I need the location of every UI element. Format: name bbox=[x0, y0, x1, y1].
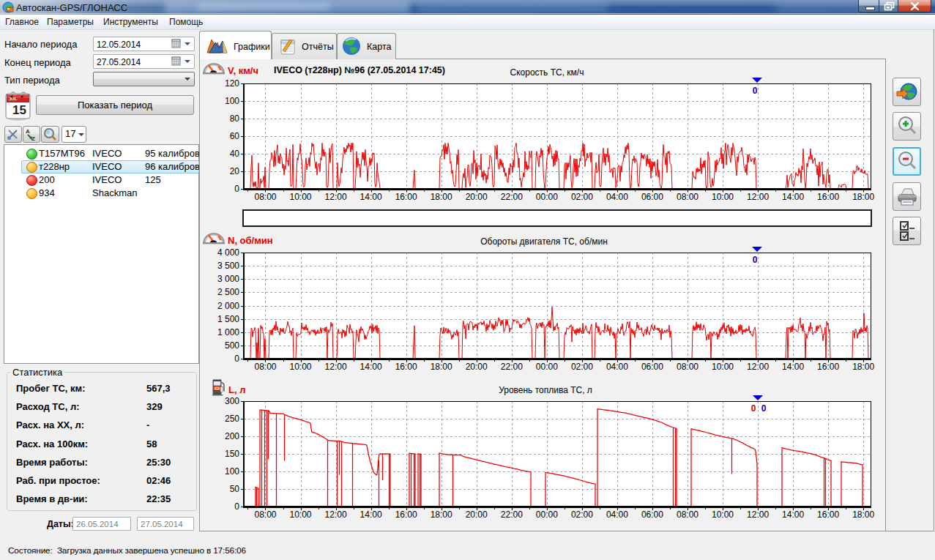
svg-text:08:00: 08:00 bbox=[254, 192, 276, 202]
svg-text:02:00: 02:00 bbox=[571, 362, 593, 372]
svg-text:80: 80 bbox=[230, 113, 240, 124]
svg-text:22:00: 22:00 bbox=[501, 192, 523, 202]
svg-text:10:00: 10:00 bbox=[289, 509, 311, 520]
svg-text:500: 500 bbox=[225, 340, 239, 351]
svg-text:14:00: 14:00 bbox=[782, 362, 804, 372]
svg-text:18:00: 18:00 bbox=[852, 192, 874, 202]
svg-text:1 500: 1 500 bbox=[217, 314, 239, 324]
svg-text:04:00: 04:00 bbox=[606, 362, 628, 372]
svg-text:0: 0 bbox=[761, 403, 767, 414]
svg-text:20:00: 20:00 bbox=[466, 362, 488, 372]
svg-text:16:00: 16:00 bbox=[395, 192, 417, 202]
svg-text:04:00: 04:00 bbox=[606, 509, 628, 520]
svg-text:18:00: 18:00 bbox=[852, 362, 874, 372]
svg-text:18:00: 18:00 bbox=[852, 509, 874, 520]
svg-text:16:00: 16:00 bbox=[817, 509, 839, 520]
svg-text:14:00: 14:00 bbox=[360, 509, 382, 520]
svg-text:12:00: 12:00 bbox=[747, 192, 769, 202]
svg-text:20: 20 bbox=[230, 166, 240, 176]
svg-text:12:00: 12:00 bbox=[325, 192, 347, 202]
svg-text:0: 0 bbox=[753, 255, 758, 265]
svg-text:0: 0 bbox=[234, 354, 239, 364]
svg-text:00:00: 00:00 bbox=[536, 509, 558, 520]
svg-text:0: 0 bbox=[234, 501, 239, 512]
svg-text:16:00: 16:00 bbox=[395, 362, 417, 372]
svg-text:10:00: 10:00 bbox=[289, 192, 311, 202]
svg-text:2 500: 2 500 bbox=[217, 287, 239, 297]
svg-text:14:00: 14:00 bbox=[360, 362, 382, 372]
svg-text:20:00: 20:00 bbox=[466, 192, 488, 202]
svg-text:16:00: 16:00 bbox=[817, 362, 839, 372]
svg-text:04:00: 04:00 bbox=[606, 192, 628, 202]
svg-text:12:00: 12:00 bbox=[325, 362, 347, 372]
svg-text:22:00: 22:00 bbox=[501, 362, 523, 372]
svg-text:14:00: 14:00 bbox=[782, 509, 804, 520]
svg-text:50: 50 bbox=[230, 484, 240, 494]
svg-text:06:00: 06:00 bbox=[641, 192, 663, 202]
svg-text:02:00: 02:00 bbox=[571, 192, 593, 202]
svg-text:22:00: 22:00 bbox=[501, 509, 523, 520]
svg-text:0: 0 bbox=[234, 184, 239, 194]
svg-text:18:00: 18:00 bbox=[431, 509, 452, 520]
svg-text:20:00: 20:00 bbox=[466, 509, 488, 520]
svg-text:40: 40 bbox=[230, 149, 240, 159]
svg-text:0: 0 bbox=[753, 86, 758, 96]
svg-text:06:00: 06:00 bbox=[641, 509, 663, 520]
svg-text:08:00: 08:00 bbox=[677, 192, 699, 202]
svg-text:14:00: 14:00 bbox=[782, 192, 804, 202]
svg-text:08:00: 08:00 bbox=[677, 362, 699, 372]
svg-text:200: 200 bbox=[225, 431, 239, 441]
svg-text:150: 150 bbox=[225, 449, 239, 459]
svg-text:10:00: 10:00 bbox=[712, 192, 734, 202]
svg-text:00:00: 00:00 bbox=[536, 192, 558, 202]
svg-text:12:00: 12:00 bbox=[747, 362, 769, 372]
svg-text:300: 300 bbox=[225, 396, 239, 406]
svg-text:14:00: 14:00 bbox=[360, 192, 382, 202]
svg-text:12:00: 12:00 bbox=[325, 509, 347, 520]
svg-text:12:00: 12:00 bbox=[747, 509, 769, 520]
svg-text:60: 60 bbox=[230, 131, 240, 141]
svg-text:120: 120 bbox=[225, 78, 239, 89]
svg-text:0: 0 bbox=[751, 403, 756, 414]
svg-text:16:00: 16:00 bbox=[395, 509, 417, 520]
svg-text:00:00: 00:00 bbox=[536, 362, 558, 372]
svg-text:10:00: 10:00 bbox=[712, 362, 734, 372]
svg-text:3 500: 3 500 bbox=[217, 261, 239, 271]
svg-text:16:00: 16:00 bbox=[817, 192, 839, 202]
svg-text:18:00: 18:00 bbox=[431, 362, 452, 372]
svg-text:10:00: 10:00 bbox=[712, 509, 734, 520]
svg-text:2 000: 2 000 bbox=[217, 301, 239, 311]
svg-text:08:00: 08:00 bbox=[677, 509, 699, 520]
svg-text:10:00: 10:00 bbox=[289, 362, 311, 372]
svg-text:08:00: 08:00 bbox=[254, 509, 276, 520]
svg-text:100: 100 bbox=[225, 96, 239, 106]
svg-text:100: 100 bbox=[225, 466, 239, 477]
svg-text:02:00: 02:00 bbox=[571, 509, 593, 520]
svg-text:3 000: 3 000 bbox=[217, 274, 239, 284]
svg-text:250: 250 bbox=[225, 414, 239, 424]
svg-text:1 000: 1 000 bbox=[217, 327, 239, 337]
svg-text:08:00: 08:00 bbox=[254, 362, 276, 372]
svg-text:18:00: 18:00 bbox=[431, 192, 452, 202]
svg-text:06:00: 06:00 bbox=[641, 362, 663, 372]
svg-text:4 000: 4 000 bbox=[217, 247, 239, 258]
